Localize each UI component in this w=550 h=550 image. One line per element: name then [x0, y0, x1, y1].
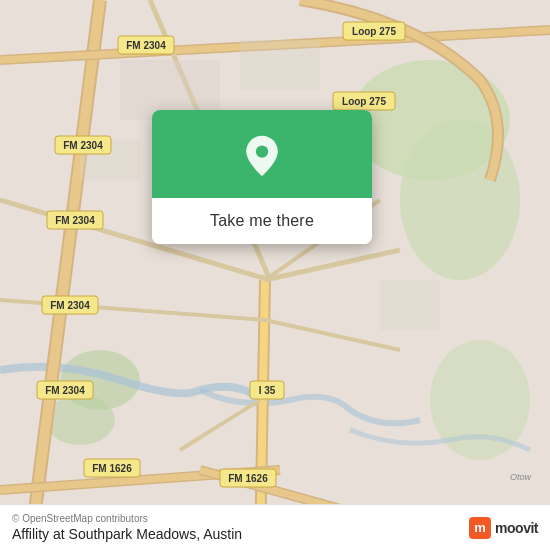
svg-text:FM 2304: FM 2304 — [55, 215, 95, 226]
location-label: Affility at Southpark Meadows, Austin — [12, 526, 242, 542]
bottom-bar: © OpenStreetMap contributors Affility at… — [0, 504, 550, 550]
moovit-text: moovit — [495, 520, 538, 536]
bottom-info: © OpenStreetMap contributors Affility at… — [12, 513, 242, 542]
svg-text:Loop 275: Loop 275 — [342, 96, 386, 107]
svg-text:Loop 275: Loop 275 — [352, 26, 396, 37]
svg-point-50 — [256, 145, 268, 157]
svg-rect-25 — [240, 40, 320, 90]
svg-rect-28 — [380, 280, 440, 330]
svg-text:FM 2304: FM 2304 — [63, 140, 103, 151]
svg-text:FM 2304: FM 2304 — [126, 40, 166, 51]
svg-text:FM 2304: FM 2304 — [45, 385, 85, 396]
map-view: FM 2304 FM 2304 FM 2304 FM 2304 FM 2304 … — [0, 0, 550, 550]
location-pin-icon — [240, 134, 284, 178]
osm-attribution: © OpenStreetMap contributors — [12, 513, 242, 524]
location-popup: Take me there — [152, 110, 372, 244]
moovit-logo: m moovit — [469, 517, 538, 539]
svg-text:FM 1626: FM 1626 — [92, 463, 132, 474]
take-me-there-button[interactable]: Take me there — [152, 198, 372, 244]
svg-text:FM 1626: FM 1626 — [228, 473, 268, 484]
svg-text:FM 2304: FM 2304 — [50, 300, 90, 311]
popup-header — [152, 110, 372, 198]
svg-text:I 35: I 35 — [259, 385, 276, 396]
moovit-icon: m — [469, 517, 491, 539]
svg-text:Otow: Otow — [510, 472, 532, 482]
map-svg: FM 2304 FM 2304 FM 2304 FM 2304 FM 2304 … — [0, 0, 550, 550]
